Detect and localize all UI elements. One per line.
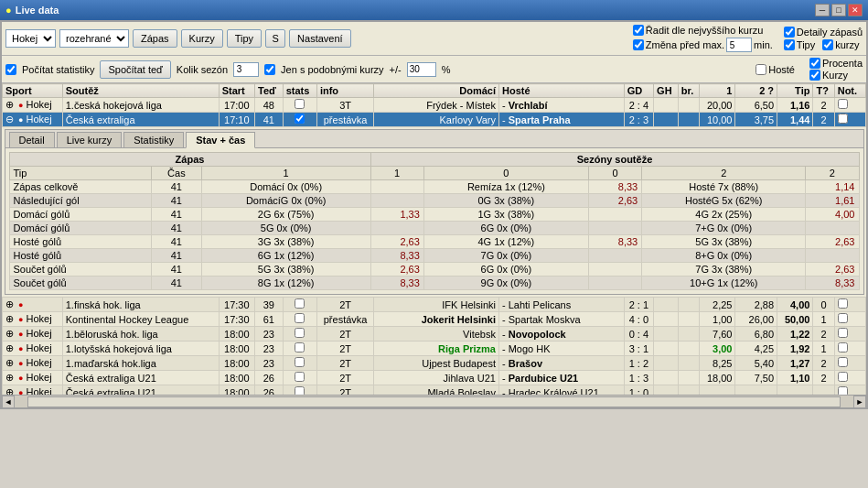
table-row[interactable]: ⊕ ● 1.finská hok. liga 17:30 39 2T IFK H… bbox=[3, 298, 866, 312]
th-hoste[interactable]: Hosté bbox=[498, 84, 624, 98]
th-sport[interactable]: Sport bbox=[3, 84, 63, 98]
expand-arrow-m[interactable]: ⊕ bbox=[5, 357, 14, 368]
detail-check[interactable] bbox=[784, 27, 795, 38]
stats-check-u2[interactable] bbox=[295, 386, 305, 395]
table-row[interactable]: ⊕ ● Hokej Česká extraliga U21 18:00 26 2… bbox=[3, 385, 866, 396]
td-tip2-l: 1 bbox=[813, 342, 834, 356]
th-br[interactable]: br. bbox=[678, 84, 699, 98]
th-start[interactable]: Start bbox=[219, 84, 254, 98]
stats-mid: 6G 0x (0%) bbox=[423, 263, 588, 277]
th-stats[interactable]: stats bbox=[283, 84, 316, 98]
kurzy-button[interactable]: Kurzy bbox=[181, 29, 223, 48]
maximize-button[interactable]: □ bbox=[831, 4, 846, 16]
kurzu2-check[interactable] bbox=[809, 70, 820, 81]
expand-arrow-l[interactable]: ⊕ bbox=[5, 342, 14, 353]
th-gh[interactable]: GH bbox=[654, 84, 679, 98]
expand-arrow[interactable]: ⊕ bbox=[5, 99, 14, 110]
kol-sezon-input[interactable] bbox=[233, 62, 259, 77]
tab-live-kurzy[interactable]: Live kurzy bbox=[57, 132, 123, 147]
not-check-u2[interactable] bbox=[838, 386, 848, 395]
percent-label: % bbox=[442, 64, 451, 75]
table-row[interactable]: ⊕ ● Hokej 1.lotyšská hokejová liga 18:00… bbox=[3, 342, 866, 356]
th-t[interactable]: T? bbox=[813, 84, 834, 98]
stats-check[interactable] bbox=[295, 99, 305, 109]
td-k2-m: 5,40 bbox=[735, 356, 777, 371]
stats-check-k[interactable] bbox=[295, 313, 305, 323]
tipy-button[interactable]: Tipy bbox=[227, 29, 262, 48]
expand-arrow-k[interactable]: ⊕ bbox=[5, 313, 14, 324]
s-button[interactable]: S bbox=[265, 29, 285, 48]
sport-combo[interactable]: Hokej bbox=[5, 29, 56, 48]
stats-zapas-header: Zápas bbox=[9, 153, 370, 167]
th-gd[interactable]: GD bbox=[624, 84, 653, 98]
minimize-button[interactable]: ─ bbox=[815, 4, 830, 16]
kurzu-check[interactable] bbox=[822, 39, 833, 50]
tab-detail[interactable]: Detail bbox=[9, 132, 55, 147]
tab-stav-cas[interactable]: Stav + čas bbox=[186, 132, 255, 148]
td-tip2-f: 0 bbox=[813, 298, 834, 312]
stats-check-b[interactable] bbox=[295, 328, 305, 338]
stats-check-m[interactable] bbox=[295, 357, 305, 367]
td-k1-u1: 18,00 bbox=[700, 371, 735, 385]
scroll-track[interactable] bbox=[27, 396, 841, 407]
td-soutez-sel: Česká extraliga bbox=[62, 113, 219, 127]
radit-check[interactable] bbox=[633, 25, 644, 36]
stats-v2 bbox=[370, 194, 423, 208]
horizontal-scrollbar[interactable]: ◄ ► bbox=[2, 395, 866, 407]
not-check-u1[interactable] bbox=[838, 372, 848, 382]
td-gh-b bbox=[654, 327, 679, 342]
scroll-left-arrow[interactable]: ◄ bbox=[2, 396, 15, 408]
hoste-check[interactable] bbox=[755, 64, 766, 75]
expand-arrow-f[interactable]: ⊕ bbox=[5, 298, 14, 309]
table-row[interactable]: ⊕ ● Hokej Kontinental Hockey League 17:3… bbox=[3, 312, 866, 327]
tab-statistiky[interactable]: Statistiky bbox=[123, 132, 184, 147]
app-icon: ● bbox=[5, 5, 12, 16]
expand-arrow-b[interactable]: ⊕ bbox=[5, 328, 14, 339]
zapas-button[interactable]: Zápas bbox=[133, 29, 177, 48]
not-check-l[interactable] bbox=[838, 342, 848, 352]
live-dot-u1: ● bbox=[18, 374, 23, 383]
stats-check-f[interactable] bbox=[295, 298, 305, 309]
not-check-m[interactable] bbox=[838, 357, 848, 367]
filter-combo[interactable]: rozehrané bbox=[59, 29, 129, 48]
plusminus-input[interactable] bbox=[407, 62, 436, 77]
pocit-check[interactable] bbox=[5, 64, 16, 75]
not-check[interactable] bbox=[838, 99, 848, 109]
stats-check-u1[interactable] bbox=[295, 372, 305, 382]
table-row-selected[interactable]: ⊖ ● Hokej Česká extraliga 17:10 41 přest… bbox=[3, 113, 866, 127]
th-col2[interactable]: 2 ? bbox=[735, 84, 777, 98]
table-row[interactable]: ⊕ ● Hokej 1.běloruská hok. liga 18:00 23… bbox=[3, 327, 866, 342]
stats-mid: Remíza 1x (12%) bbox=[423, 180, 588, 194]
close-button[interactable]: ✕ bbox=[848, 4, 863, 16]
zmena-value[interactable] bbox=[726, 38, 752, 52]
nastaveni-button[interactable]: Nastavení bbox=[289, 29, 351, 48]
th-not[interactable]: Not. bbox=[834, 84, 865, 98]
tipy-check[interactable] bbox=[784, 39, 795, 50]
td-tip2-b: 2 bbox=[813, 327, 834, 342]
th-tip[interactable]: Tip bbox=[777, 84, 813, 98]
th-info[interactable]: info bbox=[316, 84, 373, 98]
td-tip2-sel: 2 bbox=[813, 113, 834, 127]
stats-check-sel[interactable] bbox=[295, 114, 305, 124]
expand-arrow-sel[interactable]: ⊖ bbox=[5, 114, 14, 125]
stats-check-l[interactable] bbox=[295, 342, 305, 352]
th-domaci[interactable]: Domácí bbox=[374, 84, 499, 98]
table-row[interactable]: ⊕ ● Hokej Česká extraliga U21 18:00 26 2… bbox=[3, 371, 866, 385]
td-stats-m bbox=[283, 356, 316, 371]
not-check-f[interactable] bbox=[838, 298, 848, 309]
not-check-k[interactable] bbox=[838, 313, 848, 323]
procenta-check[interactable] bbox=[809, 58, 820, 69]
jen-check[interactable] bbox=[264, 64, 275, 75]
th-ted[interactable]: Teď bbox=[255, 84, 284, 98]
expand-arrow-u1[interactable]: ⊕ bbox=[5, 372, 14, 383]
th-soutez[interactable]: Soutěž bbox=[62, 84, 219, 98]
table-row[interactable]: ⊕ ● Hokej 1.maďarská hok.liga 18:00 23 2… bbox=[3, 356, 866, 371]
zmena-check[interactable] bbox=[633, 39, 644, 50]
scroll-right-arrow[interactable]: ► bbox=[853, 396, 866, 408]
not-check-b[interactable] bbox=[838, 328, 848, 338]
table-row[interactable]: ⊕ ● Hokej 1.česká hokejová liga 17:00 48… bbox=[3, 98, 866, 113]
expand-arrow-u2[interactable]: ⊕ bbox=[5, 386, 14, 395]
not-check-sel[interactable] bbox=[838, 114, 848, 124]
spocit-button[interactable]: Spočítat teď bbox=[100, 60, 170, 79]
th-col1[interactable]: 1 bbox=[700, 84, 735, 98]
